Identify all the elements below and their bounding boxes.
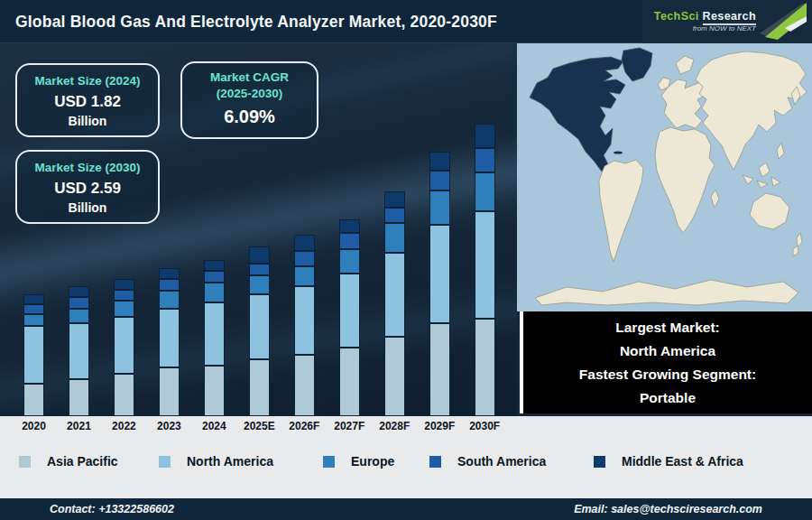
contact-email: Email: sales@techsciresearch.com [574,503,762,515]
segment-europe [204,283,225,302]
segment-north-america [159,309,180,367]
contact-phone: Contact: +13322586602 [50,503,174,515]
legend-swatch [429,456,441,468]
callout-line: Largest Market: [523,316,812,339]
bar-2030F [475,124,495,416]
segment-middle-east-africa [114,279,134,290]
bar-2025E [249,246,270,416]
segment-asia-pacific [204,366,225,416]
x-axis-label-2025E: 2025E [244,420,275,432]
legend-item-north-america: North America [159,454,273,469]
segment-south-america [384,208,405,223]
segment-south-america [249,264,270,275]
axis-and-legend-band: 202020212022202320242025E2026F2027F2028F… [0,416,812,498]
callout-line: Portable [523,386,812,410]
legend-item-middle-east-africa: Middle East & Africa [594,454,743,469]
bar-2022 [114,279,134,416]
segment-south-america [69,297,89,309]
logo-text: TechSci Research from NOW to NEXT [654,11,756,33]
segment-middle-east-africa [23,294,44,304]
segment-asia-pacific [114,374,134,416]
segment-north-america [114,317,134,374]
logo-brand-techsci: TechSci [654,10,699,23]
segment-asia-pacific [23,384,44,416]
segment-south-america [475,148,495,172]
card-value: USD 1.82 [17,93,158,111]
legend-swatch [19,456,31,468]
card-value: USD 2.59 [17,180,158,198]
segment-south-america [204,271,225,283]
segment-south-america [114,290,134,301]
segment-middle-east-africa [475,124,495,148]
segment-south-america [159,279,180,291]
legend-label: Europe [351,454,394,469]
x-axis-label-2029F: 2029F [424,420,455,432]
bar-2020 [23,294,44,416]
card-title: Market CAGR [182,70,317,86]
card-title: Market Size (2024) [17,73,158,89]
segment-south-america [429,171,450,190]
segment-europe [339,249,360,274]
segment-asia-pacific [384,337,405,416]
callout-line: Fastest Growing Segment: [523,363,812,386]
footer-bar: Contact: +13322586602 Email: sales@techs… [0,498,812,520]
logo-tagline: from NOW to NEXT [654,25,756,32]
segment-europe [159,291,180,309]
segment-north-america [23,326,44,384]
map-island-caribbean [614,151,623,153]
card-title: Market Size (2030) [17,160,158,176]
card-unit: Billion [17,200,158,215]
segment-middle-east-africa [294,235,315,251]
largest-market-callout: Largest Market:North AmericaFastest Grow… [520,311,812,413]
segment-asia-pacific [159,367,180,416]
segment-middle-east-africa [69,286,89,297]
segment-europe [475,172,495,211]
segment-north-america [429,225,450,323]
legend-item-asia-pacific: Asia Pacific [19,454,118,469]
bar-2024 [204,260,225,416]
infographic-root: Global Blood Gas And Electrolyte Analyze… [0,0,812,520]
segment-middle-east-africa [204,260,225,271]
x-axis-label-2027F: 2027F [334,420,364,432]
segment-europe [384,223,405,253]
legend-swatch [594,456,605,468]
legend-item-south-america: South America [429,454,546,469]
segment-middle-east-africa [339,219,360,233]
segment-north-america [339,274,360,348]
logo-brand: TechSci Research [654,11,756,23]
bar-2026F [294,235,315,416]
segment-south-america [23,304,44,314]
segment-middle-east-africa [429,152,450,171]
chart-panel: Market Size (2024) USD 1.82 Billion Mark… [0,43,517,416]
legend-label: Middle East & Africa [622,454,743,469]
x-axis-label-2022: 2022 [112,420,136,432]
segment-europe [23,314,44,326]
legend-label: Asia Pacific [47,454,118,469]
bar-2021 [69,286,89,416]
segment-south-america [339,233,360,249]
callout-line: North America [523,339,812,363]
world-map [517,43,812,311]
segment-asia-pacific [475,319,495,416]
segment-asia-pacific [429,323,450,416]
x-axis-label-2028F: 2028F [379,420,410,432]
legend-label: South America [457,454,546,469]
bar-2029F [429,152,450,416]
header-bar: Global Blood Gas And Electrolyte Analyze… [0,0,812,43]
segment-north-america [204,302,225,366]
card-value: 6.09% [182,107,317,127]
bar-2027F [339,219,360,416]
legend-item-europe: Europe [323,454,394,469]
bar-2023 [159,268,180,416]
card-market-cagr: Market CAGR (2025-2030) 6.09% [180,61,318,139]
segment-asia-pacific [294,355,315,416]
legend-swatch [159,456,171,468]
x-axis-label-2030F: 2030F [469,420,500,432]
segment-south-america [294,251,315,266]
segment-middle-east-africa [159,268,180,279]
x-axis-label-2023: 2023 [157,420,181,432]
segment-asia-pacific [249,359,270,416]
segment-asia-pacific [339,348,360,416]
legend-label: North America [187,454,273,469]
card-market-size-2024: Market Size (2024) USD 1.82 Billion [15,63,160,137]
